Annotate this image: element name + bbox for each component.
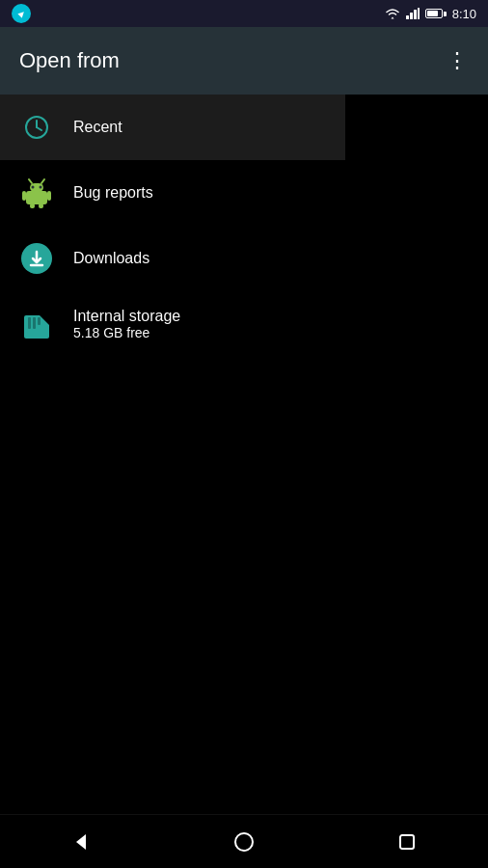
svg-line-11 — [29, 179, 32, 183]
bottom-navigation — [0, 814, 488, 868]
svg-point-25 — [235, 833, 253, 851]
download-icon — [19, 241, 54, 276]
sdcard-icon — [19, 307, 54, 341]
page-title: Open from — [19, 48, 120, 73]
clock-icon — [19, 110, 54, 145]
svg-rect-21 — [28, 317, 31, 329]
svg-rect-13 — [22, 191, 26, 201]
android-icon — [19, 176, 54, 210]
svg-rect-14 — [47, 191, 51, 201]
svg-rect-1 — [410, 13, 413, 19]
menu-item-bug-reports[interactable]: Bug reports — [0, 160, 345, 226]
recent-label: Recent — [73, 119, 122, 136]
svg-rect-0 — [406, 15, 409, 19]
svg-rect-7 — [26, 191, 47, 204]
bug-reports-label: Bug reports — [73, 184, 153, 202]
svg-rect-16 — [39, 203, 43, 208]
recents-button[interactable] — [383, 818, 431, 866]
internal-storage-sublabel: 5.18 GB free — [73, 325, 180, 340]
signal-icon — [406, 8, 420, 19]
downloads-label: Downloads — [73, 250, 149, 267]
internal-storage-label: Internal storage — [73, 308, 180, 325]
menu-container: Recent Bug reports — [0, 95, 345, 357]
svg-rect-23 — [38, 317, 41, 325]
svg-line-12 — [41, 179, 44, 183]
status-bar-left — [12, 4, 31, 23]
internal-storage-text: Internal storage 5.18 GB free — [73, 308, 180, 340]
home-button[interactable] — [220, 818, 268, 866]
navigation-arrow-icon — [12, 4, 31, 23]
svg-point-9 — [32, 186, 35, 189]
svg-line-6 — [37, 127, 41, 130]
battery-icon — [425, 9, 447, 18]
app-header: Open from ⋮ — [0, 27, 488, 95]
status-bar-right: 8:10 — [385, 7, 476, 21]
menu-item-downloads[interactable]: Downloads — [0, 226, 345, 291]
back-button[interactable] — [57, 818, 105, 866]
svg-marker-24 — [76, 834, 86, 850]
svg-rect-2 — [414, 10, 417, 19]
menu-item-internal-storage[interactable]: Internal storage 5.18 GB free — [0, 291, 345, 357]
status-time: 8:10 — [452, 7, 476, 21]
svg-rect-15 — [30, 203, 35, 208]
more-menu-button[interactable]: ⋮ — [447, 50, 469, 71]
svg-rect-26 — [400, 835, 414, 849]
menu-item-recent[interactable]: Recent — [0, 95, 345, 160]
wifi-icon — [385, 8, 400, 19]
svg-point-10 — [40, 186, 42, 189]
svg-rect-3 — [418, 8, 420, 19]
svg-rect-22 — [33, 317, 36, 329]
status-bar: 8:10 — [0, 0, 488, 27]
